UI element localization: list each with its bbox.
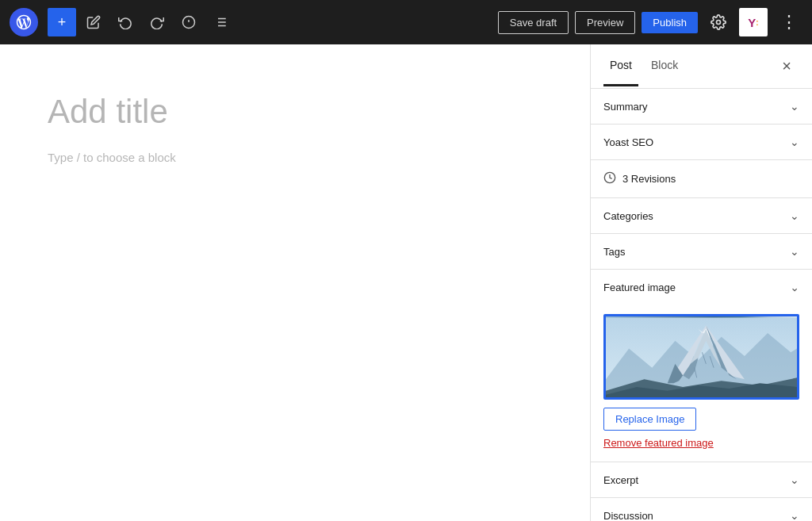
tools-button[interactable] (79, 8, 108, 36)
add-block-button[interactable]: + (48, 8, 76, 36)
panel-categories-title: Categories (603, 210, 653, 222)
pencil-icon (86, 15, 101, 29)
panel-excerpt-chevron: ⌄ (790, 473, 799, 486)
replace-image-button[interactable]: Replace Image (603, 408, 696, 431)
panel-discussion: Discussion ⌄ (591, 498, 812, 521)
panel-discussion-header[interactable]: Discussion ⌄ (591, 498, 812, 521)
panel-yoast: Yoast SEO ⌄ (591, 125, 812, 160)
details-button[interactable] (174, 8, 203, 36)
toolbar: + Save draft Preview Publish Y: ⋮ (0, 0, 812, 44)
wp-logo (10, 8, 38, 36)
revisions-row[interactable]: 3 Revisions (591, 160, 812, 198)
panel-summary-title: Summary (603, 101, 648, 113)
list-view-button[interactable] (206, 8, 235, 36)
undo-button[interactable] (111, 8, 140, 36)
panel-tags: Tags ⌄ (591, 234, 812, 270)
panel-summary-header[interactable]: Summary ⌄ (591, 89, 812, 124)
featured-image-container: Replace Image Remove featured image (591, 305, 812, 462)
editor-area: Add title Type / to choose a block (0, 44, 590, 521)
sidebar-close-button[interactable]: × (774, 54, 799, 79)
panel-featured-image-header[interactable]: Featured image ⌃ (591, 270, 812, 305)
panel-excerpt: Excerpt ⌄ (591, 462, 812, 498)
panel-tags-header[interactable]: Tags ⌄ (591, 234, 812, 269)
panel-categories: Categories ⌄ (591, 198, 812, 234)
revisions-icon (603, 171, 616, 186)
featured-image-svg (606, 316, 797, 400)
panel-featured-image: Featured image ⌃ (591, 270, 812, 462)
panel-featured-image-chevron: ⌃ (790, 281, 799, 293)
panel-yoast-header[interactable]: Yoast SEO ⌄ (591, 125, 812, 159)
panel-categories-header[interactable]: Categories ⌄ (591, 198, 812, 233)
block-hint[interactable]: Type / to choose a block (48, 151, 542, 164)
main-area: Add title Type / to choose a block Post … (0, 44, 812, 521)
redo-icon (150, 15, 164, 29)
panel-yoast-title: Yoast SEO (603, 136, 653, 148)
more-options-button[interactable]: ⋮ (774, 8, 802, 36)
settings-button[interactable] (704, 8, 733, 36)
wp-logo-icon (15, 13, 33, 31)
panel-featured-image-title: Featured image (603, 282, 676, 293)
list-view-icon (213, 15, 228, 29)
yoast-button[interactable]: Y: (739, 8, 768, 36)
tab-post[interactable]: Post (603, 46, 638, 86)
svg-point-9 (717, 21, 721, 25)
undo-icon (118, 15, 132, 29)
settings-icon (710, 14, 726, 30)
post-title-input[interactable]: Add title (48, 92, 542, 132)
panel-discussion-title: Discussion (603, 510, 653, 522)
featured-image[interactable] (603, 314, 799, 400)
sidebar: Post Block × Summary ⌄ Yoast SEO ⌄ (590, 44, 812, 521)
save-draft-button[interactable]: Save draft (498, 11, 569, 34)
publish-button[interactable]: Publish (642, 12, 698, 33)
panel-tags-chevron: ⌄ (790, 245, 799, 258)
remove-featured-image-button[interactable]: Remove featured image (603, 437, 714, 449)
panel-tags-title: Tags (603, 246, 625, 258)
redo-button[interactable] (143, 8, 171, 36)
panel-summary: Summary ⌄ (591, 89, 812, 125)
panel-yoast-chevron: ⌄ (790, 136, 799, 148)
preview-button[interactable]: Preview (575, 11, 635, 34)
toolbar-right: Save draft Preview Publish Y: ⋮ (498, 8, 802, 36)
revisions-label: 3 Revisions (622, 173, 676, 185)
info-icon (182, 15, 196, 29)
panel-summary-chevron: ⌄ (790, 100, 799, 113)
tab-block[interactable]: Block (645, 46, 684, 86)
panel-excerpt-header[interactable]: Excerpt ⌄ (591, 462, 812, 497)
panel-categories-chevron: ⌄ (790, 209, 799, 222)
sidebar-header: Post Block × (591, 44, 812, 89)
panel-discussion-chevron: ⌄ (790, 509, 799, 521)
panel-excerpt-title: Excerpt (603, 474, 638, 486)
